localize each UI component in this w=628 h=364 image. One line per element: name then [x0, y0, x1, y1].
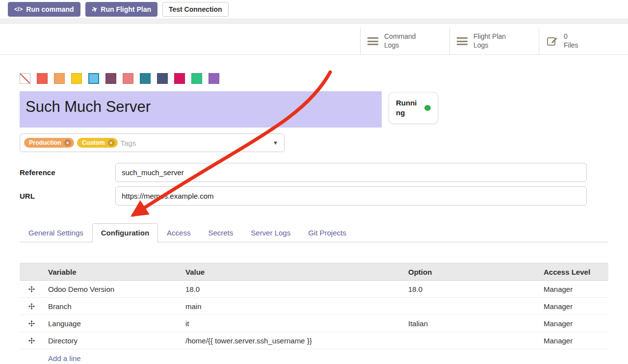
cell-variable: Directory — [43, 332, 181, 349]
command-logs-button[interactable]: Command Logs — [360, 27, 449, 54]
add-a-line-link[interactable]: Add a line — [43, 349, 608, 364]
url-label: URL — [20, 192, 115, 200]
remove-tag-icon[interactable]: × — [108, 139, 115, 146]
server-title-input[interactable]: Such Much Server — [20, 91, 382, 128]
tab-git-projects[interactable]: Git Projects — [299, 223, 355, 242]
cell-option: 18.0 — [403, 281, 539, 297]
tab-configuration[interactable]: Configuration — [92, 223, 158, 242]
color-palette — [20, 73, 608, 84]
color-swatch[interactable] — [157, 73, 168, 84]
status-label: Running — [396, 98, 419, 118]
command-logs-label: Command Logs — [384, 32, 416, 50]
run-command-label: Run command — [26, 5, 74, 13]
handle-column-spacer — [20, 350, 43, 364]
cell-value: 18.0 — [181, 281, 403, 297]
table-row[interactable]: Directory /home/{{ tower.server.ssh_user… — [20, 332, 608, 349]
cell-variable: Branch — [43, 298, 181, 314]
column-header-access-level: Access Level — [539, 263, 608, 280]
cell-value: it — [181, 315, 403, 332]
cell-access: Manager — [539, 281, 608, 297]
status-card[interactable]: Running — [389, 92, 438, 124]
url-field[interactable] — [115, 186, 587, 206]
stat-button-row: Command Logs Flight Plan Logs 0 Files — [0, 24, 628, 55]
handle-column-header — [20, 263, 43, 280]
status-dot — [424, 105, 431, 111]
drag-handle-icon[interactable] — [20, 298, 43, 314]
color-swatch[interactable] — [174, 73, 185, 84]
color-swatch[interactable] — [123, 73, 133, 84]
run-flight-plan-label: Run Flight Plan — [101, 5, 151, 13]
chevron-down-icon[interactable]: ▼ — [273, 140, 278, 146]
add-line-row: Add a line — [20, 349, 608, 364]
reference-field[interactable] — [115, 163, 587, 182]
run-command-button[interactable]: </> Run command — [8, 2, 80, 17]
tag-pill[interactable]: Custom × — [77, 138, 118, 148]
cell-access: Manager — [539, 332, 608, 349]
run-flight-plan-button[interactable]: ✈ Run Flight Plan — [85, 2, 157, 17]
tab-secrets[interactable]: Secrets — [199, 223, 242, 242]
tag-pill[interactable]: Production × — [24, 138, 74, 148]
drag-handle-icon[interactable] — [20, 332, 43, 349]
cell-value: main — [181, 298, 403, 314]
code-icon: </> — [14, 6, 23, 13]
files-button[interactable]: 0 Files — [539, 27, 628, 54]
table-row[interactable]: Odoo Demo Version 18.0 18.0 Manager — [20, 281, 608, 298]
column-header-value: Value — [181, 263, 403, 280]
cell-option — [403, 298, 539, 314]
drag-handle-icon[interactable] — [20, 281, 43, 297]
tag-label: Custom — [82, 139, 105, 146]
table-row[interactable]: Branch main Manager — [20, 298, 608, 315]
color-swatch[interactable] — [105, 73, 116, 84]
flight-plan-logs-button[interactable]: Flight Plan Logs — [449, 27, 539, 54]
paper-plane-icon: ✈ — [90, 4, 99, 14]
table-header-row: Variable Value Option Access Level — [20, 263, 608, 281]
color-swatch[interactable] — [140, 73, 151, 84]
list-icon — [457, 37, 468, 45]
cell-option — [403, 332, 539, 349]
remove-tag-icon[interactable]: × — [64, 139, 71, 146]
edit-icon — [546, 35, 558, 47]
cell-access: Manager — [539, 315, 608, 332]
drag-handle-icon[interactable] — [20, 315, 43, 332]
cell-option: Italian — [403, 315, 539, 332]
top-action-bar: </> Run command ✈ Run Flight Plan Test C… — [0, 0, 628, 19]
color-swatch[interactable] — [20, 73, 30, 84]
separator-strip — [0, 19, 628, 24]
color-swatch[interactable] — [54, 73, 65, 84]
column-header-variable: Variable — [43, 263, 181, 280]
flight-plan-logs-label: Flight Plan Logs — [473, 32, 506, 50]
color-swatch[interactable] — [191, 73, 202, 84]
color-swatch[interactable] — [88, 73, 99, 84]
tab-access[interactable]: Access — [158, 223, 199, 242]
cell-variable: Language — [43, 315, 181, 332]
list-icon — [367, 37, 378, 45]
files-label: 0 Files — [564, 32, 578, 50]
cell-value: /home/{{ tower.server.ssh_username }} — [181, 332, 403, 349]
color-swatch[interactable] — [37, 73, 48, 84]
tag-label: Production — [29, 139, 61, 146]
color-swatch[interactable] — [71, 73, 82, 84]
tags-input[interactable]: Production × Custom × Tags ▼ — [20, 133, 285, 152]
tags-placeholder: Tags — [121, 139, 136, 147]
column-header-option: Option — [403, 263, 539, 280]
config-variables-table: Variable Value Option Access Level Odoo … — [20, 263, 608, 364]
table-row[interactable]: Language it Italian Manager — [20, 315, 608, 332]
test-connection-button[interactable]: Test Connection — [162, 2, 229, 17]
cell-variable: Odoo Demo Version — [43, 281, 181, 297]
notebook-tabs: General Settings Configuration Access Se… — [20, 223, 608, 242]
tab-general-settings[interactable]: General Settings — [20, 223, 92, 242]
tab-server-logs[interactable]: Server Logs — [242, 223, 299, 242]
cell-access: Manager — [539, 298, 608, 314]
color-swatch[interactable] — [209, 73, 219, 84]
reference-label: Reference — [20, 168, 115, 177]
